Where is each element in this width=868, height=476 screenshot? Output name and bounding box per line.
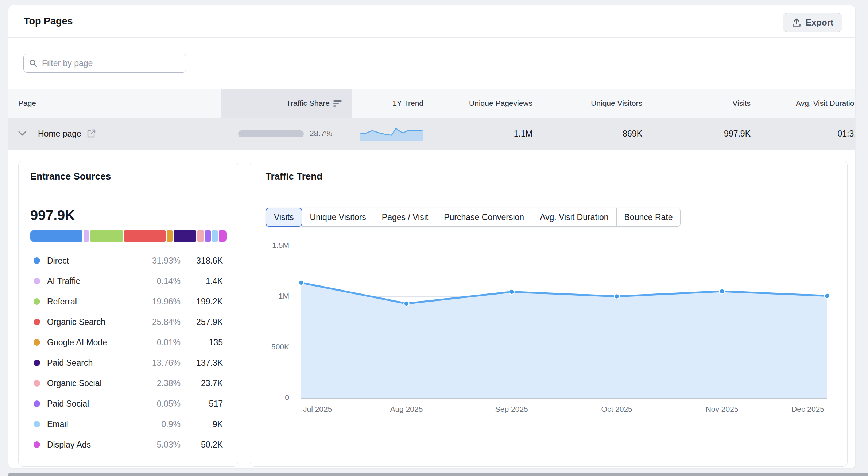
traffic-share-value: 28.7% bbox=[310, 129, 332, 138]
source-color-dot bbox=[34, 360, 40, 366]
horizontal-scrollbar-thumb[interactable] bbox=[8, 473, 868, 476]
source-percent: 25.84% bbox=[148, 317, 181, 327]
avg-visit-duration-value: 01:31 bbox=[760, 118, 855, 150]
bar-segment-organic-search bbox=[124, 230, 166, 242]
legend-item-email: Email 0.9% 9K bbox=[34, 414, 223, 434]
table-row-home-page[interactable]: Home page 28.7% 1.1M bbox=[8, 118, 855, 150]
source-percent: 0.05% bbox=[148, 399, 181, 409]
entrance-sources-panel: Entrance Sources 997.9K Direct 31.93% 31… bbox=[18, 161, 238, 467]
source-label: AI Traffic bbox=[47, 276, 80, 286]
source-label: Paid Search bbox=[47, 358, 93, 368]
x-axis-label: Aug 2025 bbox=[390, 405, 423, 414]
source-color-dot bbox=[34, 257, 40, 264]
bar-segment-organic-social bbox=[197, 230, 204, 242]
bar-segment-referral bbox=[90, 230, 123, 242]
legend-item-referral: Referral 19.96% 199.2K bbox=[34, 291, 223, 312]
page-title: Top Pages bbox=[24, 16, 73, 27]
export-button-label: Export bbox=[806, 18, 833, 28]
source-value: 517 bbox=[181, 399, 223, 409]
legend-item-paid-search: Paid Search 13.76% 137.3K bbox=[34, 353, 223, 373]
sparkline-chart bbox=[360, 126, 423, 141]
source-color-dot bbox=[34, 278, 40, 284]
bar-segment-ai-traffic bbox=[84, 230, 89, 242]
bar-segment-display-ads bbox=[219, 230, 227, 242]
x-axis-label: Jul 2025 bbox=[303, 405, 332, 414]
source-percent: 0.14% bbox=[148, 276, 181, 286]
entrance-sources-header: Entrance Sources bbox=[19, 161, 238, 192]
column-header-page[interactable]: Page bbox=[8, 89, 221, 118]
traffic-share-cell: 28.7% bbox=[221, 118, 352, 150]
source-value: 318.6K bbox=[181, 256, 223, 266]
source-value: 257.9K bbox=[181, 317, 223, 327]
entrance-sources-stacked-bar bbox=[30, 230, 227, 242]
filter-text-field[interactable] bbox=[42, 58, 181, 68]
column-header-visits[interactable]: Visits bbox=[652, 89, 760, 118]
traffic-trend-chart: 1.5M1M500K0 Jul 2025Aug 2025Sep 2025Oct … bbox=[250, 161, 847, 466]
search-icon bbox=[29, 59, 38, 68]
source-color-dot bbox=[34, 441, 40, 448]
visits-value: 997.9K bbox=[652, 118, 760, 150]
upload-icon bbox=[792, 18, 801, 27]
legend-item-organic-search: Organic Search 25.84% 257.9K bbox=[34, 312, 223, 332]
legend-item-google-ai-mode: Google AI Mode 0.01% 135 bbox=[34, 332, 223, 353]
tab-visits[interactable]: Visits bbox=[266, 208, 302, 227]
bar-segment-email bbox=[212, 230, 218, 242]
source-color-dot bbox=[34, 339, 40, 346]
unique-pageviews-value: 1.1M bbox=[433, 118, 542, 150]
filter-input[interactable] bbox=[23, 54, 186, 73]
source-percent: 31.93% bbox=[148, 256, 181, 266]
source-label: Display Ads bbox=[47, 440, 91, 450]
source-percent: 2.38% bbox=[148, 379, 181, 388]
legend-item-ai-traffic: AI Traffic 0.14% 1.4K bbox=[34, 271, 223, 291]
column-header-avg-visit-duration[interactable]: Avg. Visit Duration bbox=[760, 89, 855, 118]
traffic-share-bar bbox=[238, 130, 304, 137]
source-value: 1.4K bbox=[181, 276, 223, 286]
legend-item-paid-social: Paid Social 0.05% 517 bbox=[34, 394, 223, 414]
y-axis-label: 1M bbox=[250, 292, 289, 302]
unique-visitors-value: 869K bbox=[542, 118, 652, 150]
bar-segment-direct bbox=[30, 230, 82, 242]
external-link-icon[interactable] bbox=[86, 129, 96, 138]
entrance-sources-total: 997.9K bbox=[30, 208, 75, 223]
source-value: 9K bbox=[181, 419, 223, 429]
source-label: Direct bbox=[47, 256, 69, 266]
traffic-trend-panel: Traffic Trend Visits Unique Visitors Pag… bbox=[250, 161, 848, 467]
source-label: Google AI Mode bbox=[47, 338, 107, 348]
source-label: Referral bbox=[47, 297, 77, 307]
source-color-dot bbox=[34, 380, 40, 387]
x-axis-label: Dec 2025 bbox=[791, 405, 824, 414]
y-axis-label: 500K bbox=[250, 342, 289, 353]
gridline-0 bbox=[301, 398, 827, 399]
pages-table: Page Traffic Share 1Y Trend Unique Pagev… bbox=[8, 89, 855, 150]
legend-item-direct: Direct 31.93% 318.6K bbox=[34, 250, 223, 271]
bar-segment-paid-social bbox=[205, 230, 211, 242]
column-header-traffic-share[interactable]: Traffic Share bbox=[221, 89, 352, 118]
column-header-1y-trend[interactable]: 1Y Trend bbox=[352, 89, 433, 118]
x-axis-label: Sep 2025 bbox=[495, 405, 528, 414]
x-axis-label: Oct 2025 bbox=[601, 405, 632, 414]
legend-item-organic-social: Organic Social 2.38% 23.7K bbox=[34, 373, 223, 394]
column-header-unique-pageviews[interactable]: Unique Pageviews bbox=[433, 89, 542, 118]
source-percent: 5.03% bbox=[148, 440, 181, 450]
source-value: 135 bbox=[181, 338, 223, 348]
sort-descending-icon bbox=[333, 100, 342, 107]
top-pages-report: Top Pages Export Page bbox=[0, 0, 868, 476]
source-percent: 13.76% bbox=[148, 358, 181, 368]
column-header-unique-visitors[interactable]: Unique Visitors bbox=[542, 89, 652, 118]
export-button[interactable]: Export bbox=[783, 13, 842, 32]
source-percent: 0.01% bbox=[148, 338, 181, 348]
source-color-dot bbox=[34, 400, 40, 407]
top-pages-card: Top Pages Export Page bbox=[8, 5, 855, 468]
source-color-dot bbox=[34, 298, 40, 305]
source-color-dot bbox=[34, 421, 40, 427]
entrance-sources-legend: Direct 31.93% 318.6K AI Traffic 0.14% 1.… bbox=[19, 250, 238, 455]
chevron-down-icon[interactable] bbox=[18, 131, 26, 136]
bar-segment-google-ai-mode bbox=[167, 230, 173, 242]
y-axis-label: 1.5M bbox=[250, 241, 289, 251]
source-value: 137.3K bbox=[181, 358, 223, 368]
x-axis-label: Nov 2025 bbox=[706, 405, 739, 414]
visits-area-line bbox=[301, 246, 827, 398]
source-label: Organic Search bbox=[47, 317, 105, 327]
card-header: Top Pages Export bbox=[8, 5, 855, 38]
page-cell: Home page bbox=[8, 118, 221, 150]
